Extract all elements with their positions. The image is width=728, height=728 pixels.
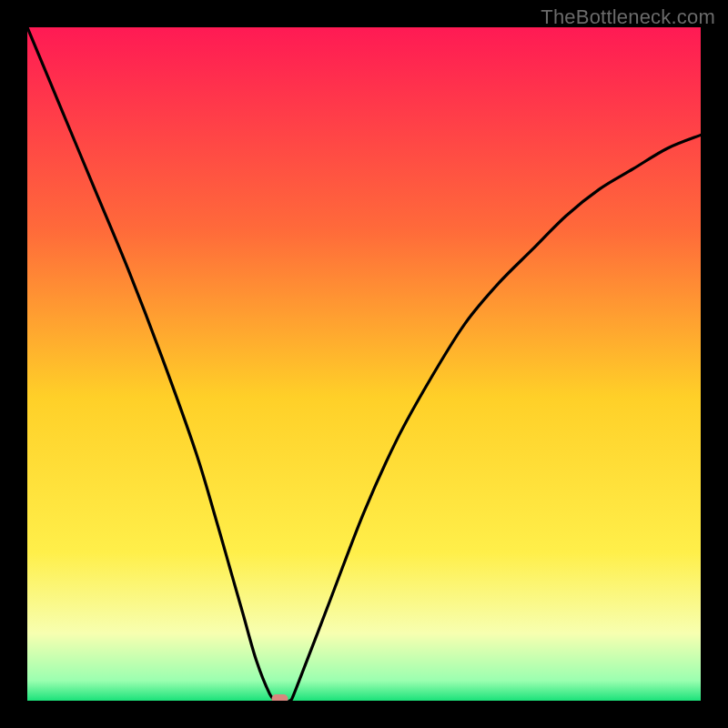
- chart-frame: [27, 27, 701, 701]
- watermark-text: TheBottleneck.com: [541, 5, 715, 29]
- chart-background: [27, 27, 701, 701]
- optimal-point-marker: [272, 694, 288, 701]
- bottleneck-chart: [27, 27, 701, 701]
